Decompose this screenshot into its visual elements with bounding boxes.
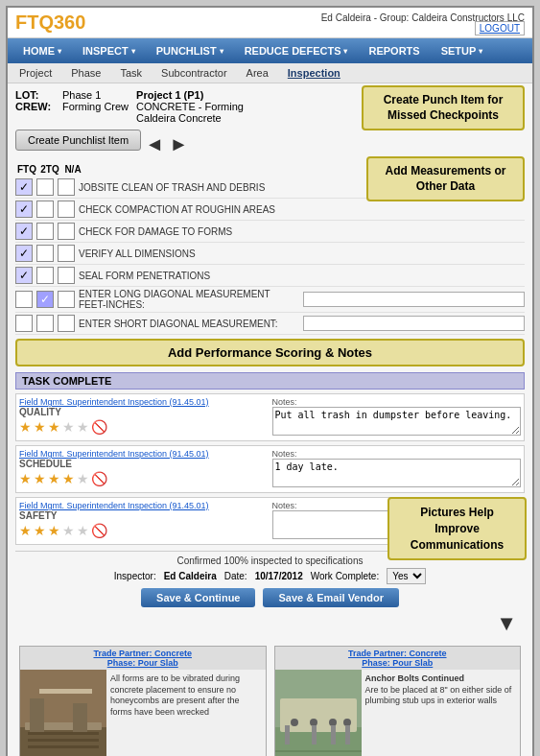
col-header-ftq: FTQ <box>17 164 36 175</box>
nav-punchlist-arrow: ▾ <box>220 47 223 56</box>
checklist-label-2: CHECK COMPACTION AT ROUGHIN AREAS <box>79 204 525 215</box>
star-4-safety[interactable]: ★ <box>62 523 75 538</box>
subnav-inspection[interactable]: Inspection <box>284 65 344 81</box>
twotq-checkbox-2[interactable] <box>36 201 54 218</box>
ftq-checkbox-5[interactable]: ✓ <box>15 267 33 284</box>
scoring-section-wrapper: Add Performance Scoring & Notes TASK COM… <box>15 339 525 545</box>
trade-header-1: Trade Partner: Concrete <box>24 649 262 658</box>
col-header-na: N/A <box>63 164 82 175</box>
star-1-schedule[interactable]: ★ <box>19 471 32 486</box>
twotq-checkbox-3[interactable] <box>36 223 54 240</box>
star-2-quality[interactable]: ★ <box>34 419 46 435</box>
nav-inspect[interactable]: INSPECT ▾ <box>73 41 145 60</box>
image-title-2: Anchor Bolts Continued <box>365 673 465 683</box>
checklist-item: ✓ ENTER LONG DIAGONAL MEASUREMENT FEET-I… <box>15 287 525 313</box>
nav-punchlist[interactable]: PUNCHLIST ▾ <box>147 41 233 60</box>
nav-setup-arrow: ▾ <box>479 47 482 56</box>
star-5-quality[interactable]: ★ <box>77 419 89 435</box>
na-checkbox-6[interactable] <box>58 291 75 308</box>
lot-block: LOT: Phase 1 CREW: Forming Crew <box>15 89 129 124</box>
scoring-mgmt-label-schedule[interactable]: Field Mgmt. Superintendent Inspection (9… <box>19 449 269 459</box>
ftq-checkbox-6[interactable] <box>15 291 33 308</box>
nav-home[interactable]: HOME ▾ <box>13 41 71 60</box>
inspector-value: Ed Caldeira <box>164 571 217 581</box>
save-continue-button[interactable]: Save & Continue <box>141 588 255 607</box>
phase-header-1: Phase: Pour Slab <box>24 658 262 668</box>
twotq-checkbox-5[interactable] <box>36 267 54 284</box>
nav-reduce-defects[interactable]: REDUCE DEFECTS ▾ <box>235 41 358 60</box>
date-label: Date: <box>224 571 247 581</box>
svg-rect-20 <box>345 725 350 744</box>
inspector-label: Inspector: <box>114 571 156 581</box>
twotq-checkbox-7[interactable] <box>36 315 54 332</box>
subnav-area[interactable]: Area <box>243 65 272 81</box>
logo-ftq: FTQ <box>15 12 54 33</box>
subnav-subcontractor[interactable]: Subcontractor <box>157 65 230 81</box>
notes-input-quality[interactable] <box>272 407 522 436</box>
nav-setup[interactable]: SETUP ▾ <box>432 41 493 60</box>
star-5-schedule[interactable]: ★ <box>77 471 89 486</box>
logo-360: 360 <box>54 12 85 33</box>
twotq-checkbox-6[interactable]: ✓ <box>36 291 54 308</box>
create-punchlist-button[interactable]: Create Punchlist Item <box>15 130 141 151</box>
ftq-checkbox-4[interactable]: ✓ <box>15 245 33 262</box>
scoring-right-quality: Notes: <box>272 397 522 437</box>
star-3-safety[interactable]: ★ <box>48 523 60 538</box>
ftq-checkbox-1[interactable]: ✓ <box>15 178 33 196</box>
notes-label-schedule: Notes: <box>272 449 522 459</box>
image-card-2: Trade Partner: Concrete Phase: Pour Slab <box>274 646 522 756</box>
na-checkbox-3[interactable] <box>58 223 75 240</box>
lot-crew-row: LOT: Phase 1 CREW: Forming Crew Project … <box>15 89 525 124</box>
checklist-item: ✓ SEAL FORM PENETRATIONS <box>15 265 525 287</box>
na-checkbox-1[interactable] <box>58 178 75 196</box>
star-1-safety[interactable]: ★ <box>19 523 32 538</box>
work-complete-select[interactable]: Yes No <box>387 568 426 584</box>
date-value: 10/17/2012 <box>255 571 303 581</box>
svg-rect-7 <box>28 739 99 742</box>
star-2-safety[interactable]: ★ <box>34 523 46 538</box>
checklist-item: ENTER SHORT DIAGONAL MEASUREMENT: <box>15 313 525 335</box>
scoring-mgmt-label-quality[interactable]: Field Mgmt. Superintendent Inspection (9… <box>19 397 269 407</box>
scoring-row-quality: Field Mgmt. Superintendent Inspection (9… <box>15 393 525 441</box>
na-checkbox-5[interactable] <box>58 267 75 284</box>
subnav-phase[interactable]: Phase <box>67 65 105 81</box>
nav-reports[interactable]: REPORTS <box>359 41 429 60</box>
star-5-safety[interactable]: ★ <box>77 523 89 538</box>
star-2-schedule[interactable]: ★ <box>34 471 46 486</box>
na-checkbox-4[interactable] <box>58 245 75 262</box>
na-checkbox-7[interactable] <box>58 315 75 332</box>
stars-row-quality: ★ ★ ★ ★ ★ 🚫 <box>19 419 269 435</box>
notes-input-schedule[interactable] <box>272 459 522 487</box>
star-1-quality[interactable]: ★ <box>19 419 32 435</box>
nav-home-label: HOME <box>23 45 55 57</box>
star-4-quality[interactable]: ★ <box>62 419 75 435</box>
save-email-button[interactable]: Save & Email Vendor <box>263 588 398 607</box>
confirm-details-row: Inspector: Ed Caldeira Date: 10/17/2012 … <box>15 568 525 584</box>
twotq-checkbox-1[interactable] <box>36 178 54 196</box>
twotq-checkbox-4[interactable] <box>36 245 54 262</box>
construction-svg-1 <box>20 670 106 756</box>
subnav-project[interactable]: Project <box>15 65 56 81</box>
svg-rect-17 <box>285 725 290 744</box>
scoring-left-quality: Field Mgmt. Superintendent Inspection (9… <box>19 397 269 437</box>
logout-button[interactable]: LOGOUT <box>475 21 525 35</box>
no-icon-quality[interactable]: 🚫 <box>91 419 107 435</box>
measurement-input-1[interactable] <box>303 292 526 307</box>
no-icon-safety[interactable]: 🚫 <box>91 523 107 538</box>
star-3-schedule[interactable]: ★ <box>48 471 60 486</box>
star-4-schedule[interactable]: ★ <box>62 471 75 486</box>
na-checkbox-2[interactable] <box>58 201 75 218</box>
svg-point-13 <box>291 719 298 726</box>
scoring-type-schedule: SCHEDULE <box>19 459 269 469</box>
no-icon-schedule[interactable]: 🚫 <box>91 471 107 486</box>
sub-nav: Project Phase Task Subcontractor Area In… <box>8 63 532 83</box>
measurement-input-2[interactable] <box>303 316 526 331</box>
subnav-task[interactable]: Task <box>116 65 146 81</box>
ftq-checkbox-2[interactable]: ✓ <box>15 201 33 218</box>
scoring-mgmt-label-safety[interactable]: Field Mgmt. Superintendent Inspection (9… <box>19 501 269 510</box>
scoring-left-safety: Field Mgmt. Superintendent Inspection (9… <box>19 501 269 541</box>
ftq-checkbox-7[interactable] <box>15 315 33 332</box>
ftq-checkbox-3[interactable]: ✓ <box>15 223 33 240</box>
callout-measurements-text: Add Measurements orOther Data <box>385 164 505 193</box>
star-3-quality[interactable]: ★ <box>48 419 60 435</box>
